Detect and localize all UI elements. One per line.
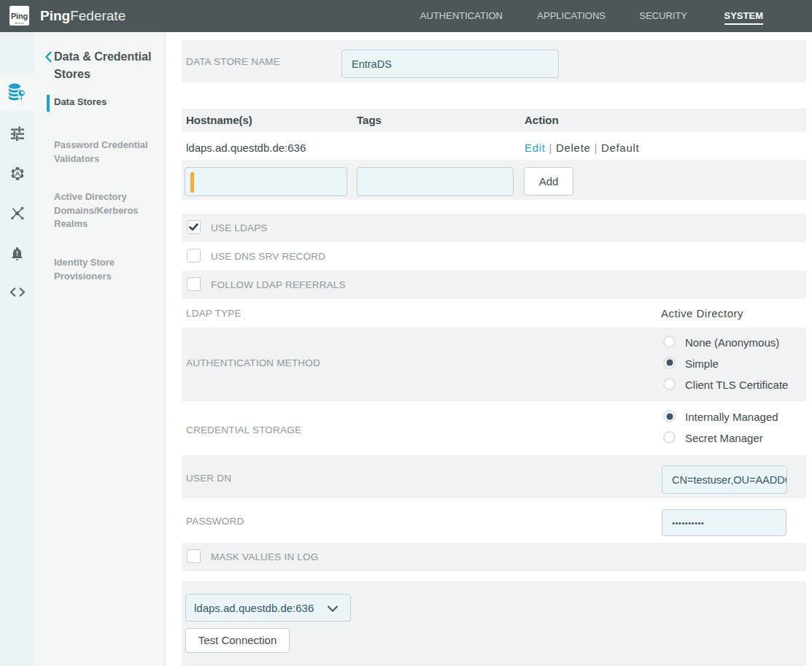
svg-text:A: A bbox=[15, 169, 20, 177]
